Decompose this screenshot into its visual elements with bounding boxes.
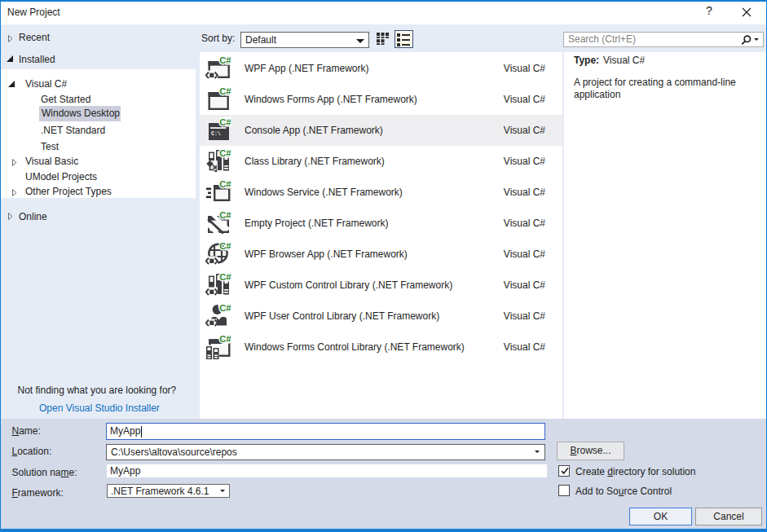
svg-text:C#: C# <box>219 303 231 313</box>
svg-text:C#: C# <box>219 148 231 158</box>
svg-text:C#: C# <box>219 272 231 282</box>
svg-text:C#: C# <box>219 210 231 220</box>
svg-text:C#: C# <box>219 86 231 96</box>
svg-text:C#: C# <box>219 334 231 344</box>
svg-text:C#: C# <box>219 55 231 65</box>
svg-text:C#: C# <box>219 117 231 127</box>
svg-text:C:\: C:\ <box>211 131 221 137</box>
svg-text:C#: C# <box>219 179 231 189</box>
svg-text:C#: C# <box>219 241 231 251</box>
